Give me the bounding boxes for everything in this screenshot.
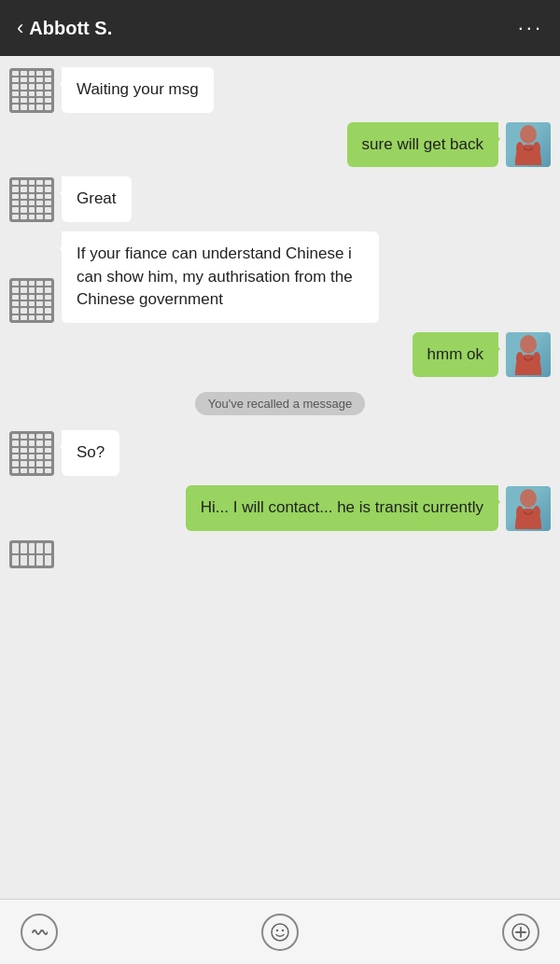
chat-header: ‹ Abbott S. ··· <box>0 0 560 56</box>
message-text: Waiting your msg <box>77 80 199 98</box>
message-text: hmm ok <box>427 345 483 363</box>
svg-point-2 <box>533 142 540 155</box>
plus-circle-icon <box>511 922 531 943</box>
message-row: Hi... I will contact... he is transit cu… <box>9 485 551 531</box>
svg-point-7 <box>516 506 524 519</box>
plus-icon <box>502 914 539 951</box>
message-bubble: sure will get back <box>347 122 498 168</box>
avatar <box>9 68 54 113</box>
avatar-building-image <box>9 177 54 222</box>
input-toolbar <box>0 899 560 964</box>
svg-point-6 <box>520 489 537 508</box>
avatar <box>9 431 54 476</box>
more-options-button[interactable]: ··· <box>518 16 543 40</box>
message-bubble: Hi... I will contact... he is transit cu… <box>186 485 498 531</box>
svg-point-1 <box>516 142 524 155</box>
message-bubble: If your fiance can understand Chinese i … <box>62 231 379 323</box>
message-bubble: Waiting your msg <box>62 67 214 113</box>
message-text: If your fiance can understand Chinese i … <box>77 244 353 308</box>
svg-point-8 <box>533 506 540 519</box>
back-button[interactable]: ‹ Abbott S. <box>17 18 112 39</box>
partial-message-row <box>9 540 551 568</box>
avatar <box>506 486 551 531</box>
message-bubble: Great <box>62 176 132 222</box>
avatar-woman-image <box>511 488 546 529</box>
chat-messages: Waiting your msg sure will get back <box>0 56 560 899</box>
avatar-building-image <box>9 431 54 476</box>
voice-button[interactable] <box>19 912 60 953</box>
voice-wave-icon <box>31 924 48 941</box>
svg-point-10 <box>276 929 278 930</box>
emoji-button[interactable] <box>259 912 301 953</box>
message-text: So? <box>77 443 105 461</box>
emoji-icon <box>261 914 299 951</box>
avatar <box>506 122 551 167</box>
svg-point-9 <box>272 924 288 941</box>
contact-name: Abbott S. <box>29 18 112 39</box>
message-row: So? <box>9 430 551 476</box>
svg-point-0 <box>520 125 537 144</box>
back-chevron-icon: ‹ <box>17 18 23 38</box>
avatar-woman-image <box>511 334 546 375</box>
message-text: sure will get back <box>362 135 483 153</box>
system-message: You've recalled a message <box>195 392 366 415</box>
more-icon: ··· <box>518 16 543 39</box>
message-bubble: So? <box>62 430 119 476</box>
avatar-building-image <box>9 278 54 323</box>
message-text: Great <box>77 189 117 207</box>
svg-point-11 <box>282 929 284 930</box>
partial-avatar <box>9 540 54 568</box>
svg-point-3 <box>520 335 537 354</box>
system-message-text: You've recalled a message <box>195 392 366 415</box>
message-row: hmm ok <box>9 332 551 378</box>
message-text: Hi... I will contact... he is transit cu… <box>201 498 483 516</box>
message-row: Great <box>9 176 551 222</box>
avatar <box>9 278 54 323</box>
message-row: sure will get back <box>9 122 551 168</box>
svg-point-4 <box>516 352 524 365</box>
add-button[interactable] <box>500 912 541 953</box>
avatar-building-image <box>9 68 54 113</box>
avatar-woman-image <box>511 124 546 165</box>
message-row: If your fiance can understand Chinese i … <box>9 231 551 323</box>
avatar <box>506 332 551 377</box>
message-row: Waiting your msg <box>9 67 551 113</box>
message-bubble: hmm ok <box>413 332 498 378</box>
smiley-icon <box>270 922 290 943</box>
avatar <box>9 177 54 222</box>
voice-icon <box>21 914 58 951</box>
svg-point-5 <box>533 352 540 365</box>
